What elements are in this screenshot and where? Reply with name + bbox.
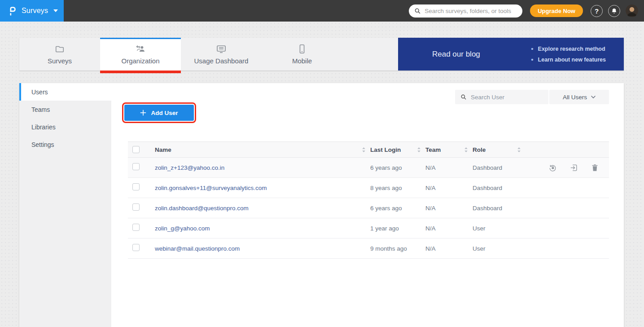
user-email-link[interactable]: zolin_z+123@yahoo.co.in <box>155 164 224 171</box>
row-checkbox[interactable] <box>132 163 140 170</box>
row-checkbox[interactable] <box>132 244 140 251</box>
bell-icon <box>611 8 618 14</box>
last-login-cell: 1 year ago <box>370 225 425 232</box>
last-login-cell: 8 years ago <box>370 185 425 191</box>
add-user-annotation: Add User <box>124 105 194 121</box>
table-row: zolin_z+123@yahoo.co.in 6 years ago N/A … <box>128 158 609 178</box>
role-cell: Dashboard <box>473 164 526 171</box>
users-table: Name Last Login Team <box>128 141 609 259</box>
chevron-down-icon <box>53 9 58 12</box>
chevron-down-icon <box>591 96 596 98</box>
column-label: Role <box>473 146 486 153</box>
last-login-cell: 9 months ago <box>370 245 425 252</box>
blog-banner-title: Read our blog <box>432 50 480 59</box>
role-cell: User <box>473 245 526 252</box>
column-header-last-login: Last Login <box>370 146 425 153</box>
upgrade-now-button[interactable]: Upgrade Now <box>530 4 583 17</box>
user-filter-dropdown[interactable]: All Users <box>549 90 609 104</box>
sidebar-item-label: Users <box>31 88 48 96</box>
column-label: Team <box>425 146 441 153</box>
add-user-button[interactable]: Add User <box>124 105 194 121</box>
team-cell: N/A <box>425 185 473 191</box>
table-row: zolin_g@yahoo.com 1 year ago N/A User <box>128 218 609 239</box>
tab-label: Organization <box>121 57 159 65</box>
global-search <box>409 4 522 18</box>
user-search-group: All Users <box>455 90 609 104</box>
tab-surveys[interactable]: Surveys <box>19 38 100 71</box>
row-checkbox[interactable] <box>132 183 140 190</box>
brand-label: Surveys <box>22 7 48 15</box>
column-header-name: Name <box>150 146 370 153</box>
column-label: Last Login <box>370 146 401 153</box>
team-cell: N/A <box>425 245 473 252</box>
global-search-input[interactable] <box>425 8 517 14</box>
question-mark-icon: ? <box>595 8 599 14</box>
search-icon <box>460 94 467 100</box>
sidebar-item-users[interactable]: Users <box>19 83 111 101</box>
tab-organization[interactable]: Organization <box>100 38 181 71</box>
sidebar-item-label: Libraries <box>31 124 56 131</box>
sidebar-item-label: Teams <box>31 106 50 113</box>
sort-icon[interactable] <box>464 147 468 153</box>
row-actions <box>526 164 609 172</box>
usage-dashboard-icon <box>215 44 227 54</box>
delete-icon[interactable] <box>591 164 599 172</box>
column-label: Name <box>155 146 171 153</box>
table-row: webinar@mail.questionpro.com 9 months ag… <box>128 239 609 259</box>
column-header-team: Team <box>425 146 473 153</box>
add-user-label: Add User <box>151 110 178 116</box>
sort-icon[interactable] <box>362 147 366 153</box>
user-email-link[interactable]: zolin.gonsalves+11@surveyanalytics.com <box>155 185 267 191</box>
team-cell: N/A <box>425 164 473 171</box>
search-user-input[interactable] <box>471 94 543 101</box>
tab-mobile[interactable]: Mobile <box>262 38 342 71</box>
row-checkbox[interactable] <box>132 224 140 231</box>
table-header: Name Last Login Team <box>128 141 609 158</box>
row-checkbox[interactable] <box>132 203 140 211</box>
tab-bar-tabs: Surveys Organization Usage Dashboard Mob… <box>19 38 342 71</box>
select-all-checkbox[interactable] <box>132 146 140 153</box>
blog-bullet: Explore research method <box>531 45 606 53</box>
product-switcher[interactable]: Surveys <box>0 0 64 22</box>
role-cell: Dashboard <box>473 185 526 191</box>
questionpro-logo-icon <box>8 5 17 16</box>
user-filter-value: All Users <box>563 94 587 101</box>
user-email-link[interactable]: zolin_g@yahoo.com <box>155 225 210 232</box>
tab-usage-dashboard[interactable]: Usage Dashboard <box>181 38 262 71</box>
login-as-user-icon[interactable] <box>570 164 578 172</box>
reset-password-icon[interactable] <box>548 164 557 172</box>
avatar-photo <box>626 4 638 17</box>
blog-bullet: Learn about new features <box>531 56 606 63</box>
add-team-icon <box>135 44 146 54</box>
page: { "topbar": { "brand": "Surveys", "searc… <box>0 0 644 327</box>
table-row: zolin.dashboard@questionpro.com 6 years … <box>128 198 609 218</box>
sort-icon[interactable] <box>517 147 521 153</box>
last-login-cell: 6 years ago <box>370 205 425 212</box>
team-cell: N/A <box>425 225 473 232</box>
plus-icon <box>140 110 146 116</box>
sort-icon[interactable] <box>417 147 421 153</box>
users-content: Add User All Users Nam <box>111 83 624 327</box>
mobile-icon <box>296 44 308 54</box>
blog-promo-banner[interactable]: Read our blog Explore research methodLea… <box>398 38 624 71</box>
search-icon <box>414 8 421 14</box>
user-avatar[interactable] <box>626 4 638 17</box>
tab-label: Mobile <box>292 57 312 65</box>
tab-label: Surveys <box>48 57 72 65</box>
help-button[interactable]: ? <box>591 5 603 17</box>
topbar: Surveys Upgrade Now ? <box>0 0 644 22</box>
role-cell: User <box>473 225 526 232</box>
blog-banner-bullets: Explore research methodLearn about new f… <box>531 45 606 63</box>
organization-panel: Users Teams Libraries Settings Add User <box>19 83 624 327</box>
highlight-annotation-organization <box>100 71 181 73</box>
user-email-link[interactable]: zolin.dashboard@questionpro.com <box>155 205 249 212</box>
user-search-box <box>455 90 548 104</box>
last-login-cell: 6 years ago <box>370 164 425 171</box>
sidebar-item-teams[interactable]: Teams <box>19 101 111 118</box>
table-body: zolin_z+123@yahoo.co.in 6 years ago N/A … <box>128 158 609 259</box>
user-email-link[interactable]: webinar@mail.questionpro.com <box>155 245 240 252</box>
table-row: zolin.gonsalves+11@surveyanalytics.com 8… <box>128 178 609 198</box>
sidebar-item-libraries[interactable]: Libraries <box>19 118 111 136</box>
sidebar-item-settings[interactable]: Settings <box>19 136 111 153</box>
notifications-button[interactable] <box>608 5 620 17</box>
